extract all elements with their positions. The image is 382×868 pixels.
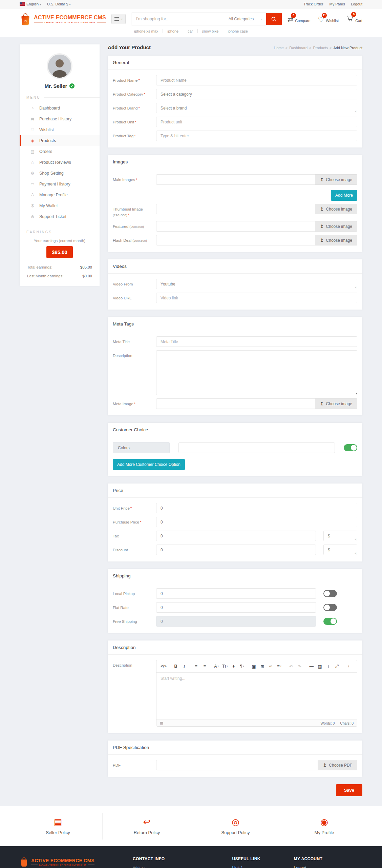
local-pickup-input[interactable]	[156, 588, 316, 599]
main-images-input[interactable]	[156, 174, 315, 185]
currency-selector[interactable]: U.S. Dollar $▾	[47, 2, 70, 6]
flash-deal-image-input[interactable]	[156, 235, 315, 245]
choose-meta-image-button[interactable]: ↥Choose image	[315, 398, 357, 409]
product-name-input[interactable]	[156, 75, 357, 85]
wishlist-count-badge: 11	[322, 13, 327, 18]
brand-logo[interactable]: % ACTIVE ECOMMERCE CMS LARAVEL VERSION O…	[20, 12, 106, 26]
product-brand-select[interactable]: Select a brand◢	[156, 103, 357, 113]
choose-pdf-button[interactable]: ↥Choose PDF	[318, 760, 357, 770]
bold-icon[interactable]: B	[172, 662, 180, 671]
product-unit-input[interactable]	[156, 117, 357, 127]
logout-link[interactable]: Logout	[351, 2, 362, 6]
sidebar-item-product-reviews[interactable]: ☆Product Reviews	[20, 157, 100, 168]
choose-featured-image-button[interactable]: ↥Choose image	[315, 221, 357, 232]
save-button[interactable]: Save	[336, 784, 362, 796]
product-tag-input[interactable]	[156, 131, 357, 141]
align-icon[interactable]: ≡▾	[275, 662, 283, 671]
keyword-link[interactable]: iphone case	[223, 29, 252, 33]
search-category-select[interactable]: All Categories ⌄	[225, 13, 266, 25]
keyword-link[interactable]: snow bike	[198, 29, 224, 33]
choose-main-image-button[interactable]: ↥Choose image	[315, 174, 357, 185]
sidebar-item-products[interactable]: ◈Products	[20, 135, 100, 146]
video-from-select[interactable]: Youtube◢	[156, 279, 357, 289]
language-selector[interactable]: English▾	[20, 2, 41, 6]
contact-info-heading: CONTACT INFO	[133, 856, 225, 861]
insert-image-icon[interactable]: ▣	[250, 662, 258, 671]
redo-icon[interactable]: ↷	[296, 662, 304, 671]
compare-button[interactable]: ⇄0 Compare	[288, 16, 311, 23]
categories-menu-button[interactable]: ▾	[111, 14, 126, 24]
footer-link-1[interactable]: Link 1	[232, 866, 287, 868]
flat-rate-toggle[interactable]	[323, 604, 337, 611]
featured-image-input[interactable]	[156, 221, 315, 232]
choose-flash-deal-image-button[interactable]: ↥Choose image	[315, 235, 357, 245]
keyword-link[interactable]: iphone	[163, 29, 183, 33]
fullscreen-icon[interactable]: ⤢	[333, 662, 341, 671]
cart-button[interactable]: 0 Cart	[346, 15, 362, 23]
choice-values-input[interactable]	[178, 442, 335, 453]
breadcrumb-home[interactable]: Home	[274, 46, 283, 50]
drag-handle-icon[interactable]: ▦	[160, 721, 163, 725]
discount-input[interactable]	[156, 545, 316, 555]
text-color-icon[interactable]: ♦	[230, 662, 238, 671]
breadcrumb-products[interactable]: Products	[313, 46, 328, 50]
sidebar-item-manage-profile[interactable]: ♙Manage Profile	[20, 190, 100, 200]
video-url-input[interactable]	[156, 293, 357, 303]
thumbnail-image-input[interactable]	[156, 204, 315, 214]
return-policy-link[interactable]: ↩Return Policy	[102, 813, 191, 840]
add-more-images-button[interactable]: Add More	[331, 190, 357, 201]
seller-policy-link[interactable]: ▤Seller Policy	[14, 813, 102, 840]
choice-toggle[interactable]	[344, 444, 357, 451]
footer-brand-logo[interactable]: ACTIVE ECOMMERCE CMS LARAVEL VERSION OF …	[20, 856, 126, 867]
flat-rate-input[interactable]	[156, 602, 316, 613]
footer-logout-link[interactable]: Logout	[294, 866, 362, 868]
sidebar-item-purchase-history[interactable]: ▤Purchase History	[20, 114, 100, 124]
support-policy-link[interactable]: ◎Support Policy	[191, 813, 280, 840]
local-pickup-toggle[interactable]	[323, 590, 337, 597]
wishlist-button[interactable]: ♡11 Wishlist	[318, 16, 339, 23]
meta-image-input[interactable]	[156, 398, 315, 409]
unit-price-input[interactable]	[156, 503, 357, 513]
discount-unit-select[interactable]: $◢	[323, 545, 357, 555]
my-panel-link[interactable]: My Panel	[329, 2, 345, 6]
free-shipping-toggle[interactable]	[323, 618, 337, 625]
horizontal-rule-icon[interactable]: —	[307, 662, 316, 671]
undo-icon[interactable]: ↶	[287, 662, 295, 671]
format-painter-icon[interactable]: ⊤	[324, 662, 333, 671]
eraser-icon[interactable]: ▨	[316, 662, 324, 671]
unordered-list-icon[interactable]: ≡	[192, 662, 200, 671]
search-input[interactable]	[131, 13, 225, 25]
sidebar-item-payment-history[interactable]: ▭Payment History	[20, 179, 100, 190]
font-family-icon[interactable]: A▾	[212, 662, 220, 671]
add-more-choice-option-button[interactable]: Add More Customer Choice Option	[113, 459, 185, 470]
tax-unit-select[interactable]: $◢	[323, 531, 357, 541]
my-profile-link[interactable]: ◉My Profile	[280, 813, 368, 840]
insert-link-icon[interactable]: ∞	[267, 662, 275, 671]
code-view-icon[interactable]: </>	[159, 662, 168, 671]
editor-content-area[interactable]: Start writing...	[156, 673, 357, 719]
meta-description-textarea[interactable]	[156, 350, 357, 395]
font-size-icon[interactable]: Tı▾	[221, 662, 229, 671]
tax-input[interactable]	[156, 531, 316, 541]
purchase-price-input[interactable]	[156, 517, 357, 527]
pdf-input[interactable]	[156, 760, 318, 770]
search-button[interactable]	[266, 13, 282, 25]
choose-thumbnail-image-button[interactable]: ↥Choose image	[315, 204, 357, 214]
product-category-select[interactable]: Select a category	[156, 89, 357, 99]
sidebar-item-my-wallet[interactable]: $My Wallet	[20, 200, 100, 211]
sidebar-item-shop-setting[interactable]: ⚙Shop Setting	[20, 168, 100, 179]
more-options-icon[interactable]: ⋮	[345, 662, 353, 671]
keyword-link[interactable]: iphone xs max	[130, 29, 163, 33]
sidebar-item-support-ticket[interactable]: ⊛Support Ticket	[20, 211, 100, 222]
paragraph-icon[interactable]: ¶▾	[238, 662, 246, 671]
sidebar-item-wishlist[interactable]: ♡Wishlist	[20, 124, 100, 135]
italic-icon[interactable]: I	[180, 662, 188, 671]
sidebar-item-orders[interactable]: ▤Orders	[20, 146, 100, 157]
sidebar-item-dashboard[interactable]: ◔Dashboard	[20, 103, 100, 114]
breadcrumb-dashboard[interactable]: Dashboard	[289, 46, 307, 50]
insert-table-icon[interactable]: ⊞	[258, 662, 267, 671]
keyword-link[interactable]: car	[183, 29, 197, 33]
meta-title-input[interactable]	[156, 336, 357, 347]
ordered-list-icon[interactable]: ≡	[200, 662, 209, 671]
track-order-link[interactable]: Track Order	[303, 2, 323, 6]
